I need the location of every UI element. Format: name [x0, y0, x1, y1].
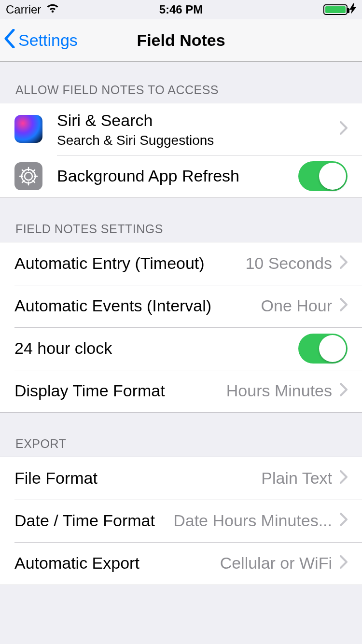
status-bar: Carrier 5:46 PM: [0, 0, 362, 19]
row-24h-clock: 24 hour clock: [0, 327, 362, 370]
row-timeout[interactable]: Automatic Entry (Timeout) 10 Seconds: [0, 242, 362, 285]
clock24-toggle[interactable]: [298, 334, 348, 364]
carrier-label: Carrier: [6, 3, 41, 16]
row-background-refresh: Background App Refresh: [0, 155, 362, 197]
clock24-title: 24 hour clock: [14, 338, 292, 359]
row-file-format[interactable]: File Format Plain Text: [0, 457, 362, 500]
status-time: 5:46 PM: [159, 3, 203, 16]
display-time-value: Hours Minutes: [226, 381, 332, 400]
section-header-export: EXPORT: [0, 413, 362, 457]
gear-icon: [14, 162, 42, 190]
charging-icon: [349, 3, 356, 16]
dt-format-value: Date Hours Minutes...: [173, 511, 332, 530]
auto-export-title: Automatic Export: [14, 553, 214, 574]
back-label: Settings: [18, 31, 78, 50]
row-auto-export[interactable]: Automatic Export Cellular or WiFi: [0, 542, 362, 585]
siri-subtitle: Search & Siri Suggestions: [57, 133, 332, 148]
back-button[interactable]: Settings: [4, 29, 78, 52]
chevron-right-icon: [340, 554, 348, 573]
file-format-title: File Format: [14, 468, 255, 489]
background-title: Background App Refresh: [57, 166, 292, 186]
timeout-title: Automatic Entry (Timeout): [14, 253, 239, 274]
section-header-access: ALLOW FIELD NOTES TO ACCESS: [0, 62, 362, 103]
wifi-icon: [46, 3, 59, 16]
display-time-title: Display Time Format: [14, 380, 221, 401]
row-interval[interactable]: Automatic Events (Interval) One Hour: [0, 285, 362, 327]
row-dt-format[interactable]: Date / Time Format Date Hours Minutes...: [0, 500, 362, 542]
siri-title: Siri & Search: [57, 110, 332, 131]
status-left: Carrier: [6, 3, 59, 16]
nav-bar: Settings Field Notes: [0, 19, 362, 62]
status-right: [323, 3, 356, 16]
group-access: Siri & Search Search & Siri Suggestions …: [0, 103, 362, 198]
chevron-right-icon: [340, 120, 348, 139]
background-refresh-toggle[interactable]: [298, 161, 348, 191]
battery-icon: [323, 4, 348, 15]
timeout-value: 10 Seconds: [245, 254, 332, 273]
dt-format-title: Date / Time Format: [14, 510, 167, 531]
chevron-right-icon: [340, 254, 348, 273]
interval-value: One Hour: [261, 296, 332, 315]
auto-export-value: Cellular or WiFi: [220, 554, 332, 573]
chevron-right-icon: [340, 469, 348, 488]
row-siri-search[interactable]: Siri & Search Search & Siri Suggestions: [0, 103, 362, 155]
page-title: Field Notes: [137, 31, 225, 50]
group-settings: Automatic Entry (Timeout) 10 Seconds Aut…: [0, 242, 362, 413]
group-export: File Format Plain Text Date / Time Forma…: [0, 457, 362, 585]
file-format-value: Plain Text: [261, 469, 332, 488]
back-chevron-icon: [4, 29, 15, 52]
svg-point-0: [25, 172, 32, 180]
row-display-time[interactable]: Display Time Format Hours Minutes: [0, 370, 362, 412]
chevron-right-icon: [340, 296, 348, 315]
interval-title: Automatic Events (Interval): [14, 295, 255, 316]
section-header-settings: FIELD NOTES SETTINGS: [0, 198, 362, 242]
chevron-right-icon: [340, 511, 348, 530]
chevron-right-icon: [340, 381, 348, 400]
siri-icon: [14, 115, 42, 143]
